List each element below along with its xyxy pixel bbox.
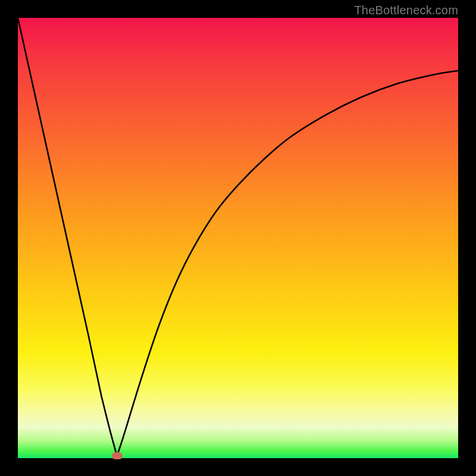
curve-layer — [18, 18, 458, 458]
attribution-text: TheBottleneck.com — [354, 4, 458, 17]
minimum-marker — [112, 452, 123, 459]
chart-frame: TheBottleneck.com — [0, 0, 476, 476]
bottleneck-curve — [18, 18, 458, 456]
